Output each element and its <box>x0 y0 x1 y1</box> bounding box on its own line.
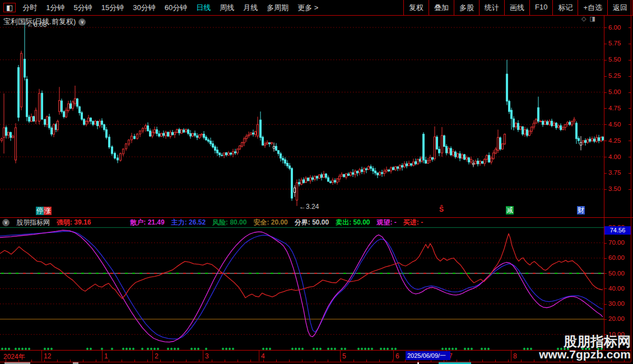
price-label: 5.75 <box>608 40 621 46</box>
tool-menu-6[interactable]: 标记 <box>552 0 578 15</box>
indicator-value-1: 强弱: 39.16 <box>57 218 91 227</box>
indicator-value-9: 买进: - <box>403 218 423 227</box>
menu-item-2[interactable]: 5分钟 <box>69 3 97 13</box>
menu-item-7[interactable]: 周线 <box>215 3 239 13</box>
price-axis: 6.005.755.505.255.004.754.504.254.003.75… <box>604 16 631 217</box>
menu-item-5[interactable]: 60分钟 <box>160 3 192 13</box>
indicator-value-7: 卖出: 50.00 <box>336 218 370 227</box>
split-box-icon[interactable]: ◨ <box>589 15 598 22</box>
price-label: 3.50 <box>608 185 621 192</box>
indicator-axis: 74.56 80.0070.0060.0050.0040.0030.0020.0… <box>604 218 631 350</box>
menu-item-3[interactable]: 15分钟 <box>97 3 128 13</box>
indicator-value-0: 股朋指标网 <box>16 218 50 227</box>
indicator-chart[interactable] <box>0 218 604 350</box>
halt-rise-badge: 停涨 <box>36 207 52 215</box>
tools-menu: 复权叠加多股统计画线F10标记+自选返回 <box>403 0 633 15</box>
price-label: 4.50 <box>608 121 621 128</box>
menu-item-6[interactable]: 日线 <box>192 3 215 13</box>
sell-signal-marker: Ŝ <box>439 206 444 213</box>
price-label: 5.00 <box>608 88 621 95</box>
chart-title-row: 宝利国际(日线.前复权) ∨ <box>3 17 86 27</box>
price-label: 6.00 <box>608 24 621 31</box>
price-label: 5.25 <box>608 72 621 79</box>
year-label: 2024年 <box>3 352 25 362</box>
month-label-4: 4 <box>261 352 265 360</box>
indicator-value-2: 散户: 21.49 <box>130 218 164 227</box>
svg-text:←3.24: ←3.24 <box>299 203 319 211</box>
tool-menu-8[interactable]: 返回 <box>607 0 633 15</box>
month-label-2: 2 <box>155 352 159 360</box>
tool-menu-4[interactable]: 画线 <box>504 0 529 15</box>
wealth-badge: 财 <box>577 206 585 214</box>
chevron-down-icon[interactable]: ∨ <box>78 18 86 26</box>
indicator-header: ∨ 股朋指标网强弱: 39.16散户: 21.49主力: 26.52风险: 80… <box>2 218 423 226</box>
page-title: 宝利国际(日线.前复权) <box>3 17 76 27</box>
price-label: 5.50 <box>608 56 621 63</box>
price-label: 3.75 <box>608 169 621 176</box>
chevron-circle-icon[interactable]: ∨ <box>2 219 10 226</box>
tool-menu-1[interactable]: 叠加 <box>429 0 454 15</box>
month-label-5: 5 <box>342 352 346 360</box>
crosshair-date-box: 2025/06/09/一 <box>406 351 450 360</box>
indicator-axis-label: 30.00 <box>608 300 625 307</box>
menu-item-8[interactable]: 月线 <box>239 3 262 13</box>
app-window-icon[interactable]: ◧ <box>3 3 16 12</box>
month-label-6: 6 <box>395 352 399 360</box>
menu-item-0[interactable]: 分时 <box>18 3 41 13</box>
indicator-value-3: 主力: 26.52 <box>171 218 206 227</box>
menu-item-10[interactable]: 更多 > <box>293 3 323 13</box>
month-label-0: 12 <box>44 352 51 360</box>
indicator-axis-label: 20.00 <box>608 315 625 322</box>
indicator-axis-label: 50.00 <box>608 270 625 277</box>
window-right-border <box>631 0 631 364</box>
month-label-8: 8 <box>513 352 517 360</box>
indicator-axis-label: 70.00 <box>608 239 625 246</box>
axis-border <box>604 16 604 361</box>
price-label: 4.00 <box>608 153 621 160</box>
menu-item-9[interactable]: 多周期 <box>262 3 293 13</box>
menu-item-4[interactable]: 30分钟 <box>128 3 160 13</box>
indicator-value-5: 安全: 20.00 <box>253 218 287 227</box>
price-label: 4.75 <box>608 105 621 111</box>
reduce-badge: 减 <box>506 206 514 214</box>
indicator-axis-label: 10.00 <box>608 331 625 338</box>
indicator-value-highlight: 74.56 <box>604 226 631 235</box>
period-menu: ◧ 分时1分钟5分钟15分钟30分钟60分钟日线周线月线多周期更多 > <box>0 3 323 13</box>
candlestick-chart[interactable]: ←6.08←3.24 <box>0 16 604 217</box>
tool-menu-0[interactable]: 复权 <box>403 0 429 15</box>
time-axis[interactable]: 2024年 2025/06/09/一 1212345678 <box>0 350 631 362</box>
corner-icons[interactable]: ◇◨ <box>581 15 599 22</box>
tool-menu-5[interactable]: F10 <box>529 0 552 15</box>
top-menu-bar: ◧ 分时1分钟5分钟15分钟30分钟60分钟日线周线月线多周期更多 > 复权叠加… <box>0 0 633 16</box>
price-label: 4.25 <box>608 137 621 144</box>
indicator-value-6: 分界: 50.00 <box>295 218 329 227</box>
tool-menu-2[interactable]: 多股 <box>454 0 479 15</box>
indicator-value-8: 观望: - <box>377 218 397 227</box>
menu-item-1[interactable]: 1分钟 <box>41 3 69 13</box>
indicator-value-4: 风险: 80.00 <box>212 218 246 227</box>
tool-menu-7[interactable]: +自选 <box>578 0 607 15</box>
indicator-axis-label: 60.00 <box>608 254 625 261</box>
diamond-icon[interactable]: ◇ <box>581 15 589 22</box>
month-label-1: 1 <box>104 352 108 360</box>
indicator-axis-label: 40.00 <box>608 285 625 292</box>
tool-menu-3[interactable]: 统计 <box>479 0 504 15</box>
month-label-3: 3 <box>205 352 209 360</box>
trading-app-window: ◧ 分时1分钟5分钟15分钟30分钟60分钟日线周线月线多周期更多 > 复权叠加… <box>0 0 633 364</box>
